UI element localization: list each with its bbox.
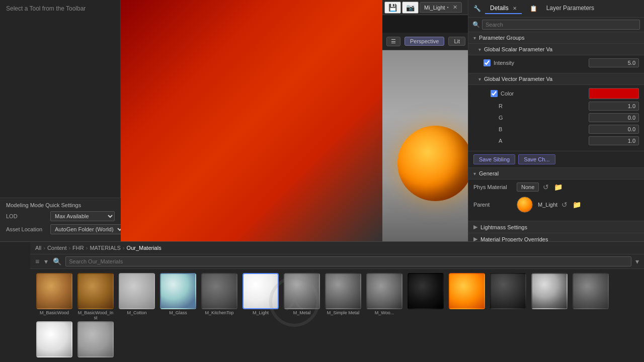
list-item[interactable]: M_KitchenTop — [199, 273, 239, 320]
details-close-icon[interactable]: ✕ — [513, 6, 517, 11]
asset-loc-select[interactable]: AutoGen Folder (World) — [50, 224, 124, 234]
global-scalar-section[interactable]: ▾ Global Scalar Parameter Va — [468, 44, 644, 55]
tab-modified-indicator: • — [447, 5, 449, 10]
material-thumb — [36, 273, 72, 309]
list-item[interactable]: M_BasicWood_Inst — [75, 273, 116, 320]
list-item[interactable]: M_Glass — [158, 273, 198, 320]
left-panel: Select a Tool from the Toolbar Modeling … — [0, 0, 121, 241]
cb-filter-arrow[interactable]: ▾ — [43, 256, 49, 266]
content-browser: ◀ ▶ 🏠 📁 All › Content › FHR › MATERIALS … — [0, 241, 644, 362]
lod-label: LOD — [6, 213, 46, 219]
tab-close-icon[interactable]: ✕ — [453, 4, 457, 11]
general-section[interactable]: ▾ General — [468, 168, 644, 179]
parameter-groups-label: Parameter Groups — [479, 35, 524, 41]
lightmass-section[interactable]: ▶ Lightmass Settings — [468, 221, 644, 233]
lightmass-label: Lightmass Settings — [480, 224, 527, 230]
breadcrumb-sep-2: › — [68, 245, 70, 251]
mi-light-tab[interactable]: Mi_Light • ✕ — [420, 2, 462, 13]
general-label: General — [479, 170, 499, 176]
viewport-background — [121, 0, 382, 241]
save-sibling-button[interactable]: Save Sibling — [473, 154, 515, 164]
parent-browse-icon[interactable]: ↺ — [560, 201, 569, 209]
details-icon: 🔧 — [473, 5, 481, 12]
list-item[interactable]: M_Metal — [282, 273, 322, 320]
breadcrumb-materials[interactable]: MATERIALS — [90, 245, 121, 251]
g-input[interactable] — [589, 113, 639, 122]
list-item[interactable]: M_Light — [240, 273, 281, 320]
global-scalar-label: Global Scalar Parameter Va — [484, 46, 552, 52]
parent-label: Parent — [473, 202, 514, 208]
r-label: R — [499, 103, 586, 109]
list-item[interactable]: M_Simple Metal — [323, 273, 363, 320]
save-child-button[interactable]: Save Ch... — [518, 154, 555, 164]
cb-filter-icon[interactable]: ≡ — [34, 256, 40, 266]
viewport[interactable] — [121, 0, 382, 241]
parent-sphere-preview — [517, 197, 533, 213]
a-label: A — [499, 138, 586, 144]
intensity-label: Intensity — [494, 60, 586, 66]
material-thumb — [36, 321, 72, 357]
layer-params-label: Layer Parameters — [546, 5, 594, 12]
camera-button[interactable]: 📷 — [402, 2, 419, 14]
material-preview-sphere — [397, 126, 478, 206]
lit-button[interactable]: Lit — [448, 37, 465, 46]
breadcrumb-all[interactable]: All — [35, 245, 41, 251]
details-tab[interactable]: Details ✕ — [485, 3, 522, 14]
perspective-button[interactable]: Perspective — [405, 37, 444, 46]
list-item[interactable] — [75, 321, 116, 358]
lod-select[interactable]: Max Available — [50, 211, 115, 221]
search-bar: 🔍 — [468, 18, 644, 32]
material-name: M_BasicWood — [40, 310, 69, 315]
viewport-menu-button[interactable]: ☰ — [386, 37, 400, 46]
r-input[interactable] — [589, 102, 639, 111]
color-swatch[interactable] — [589, 88, 639, 99]
modeling-settings-label: Modeling Mode Quick Settings — [6, 202, 115, 208]
list-item[interactable]: M_Cotton — [117, 273, 157, 320]
material-thumb — [449, 273, 485, 309]
material-thumb — [366, 273, 403, 309]
general-content: Phys Material None ↺ 📁 Parent M_Light ↺ … — [468, 179, 644, 221]
global-vector-section[interactable]: ▾ Global Vector Parameter Va — [468, 73, 644, 85]
breadcrumb-our-materials[interactable]: Our_Materials — [127, 245, 162, 251]
list-item[interactable] — [488, 273, 528, 320]
list-item[interactable] — [571, 273, 611, 320]
list-item[interactable] — [34, 321, 74, 358]
materials-grid: M_BasicWood M_BasicWood_Inst M_Cotton M_… — [30, 269, 644, 362]
list-item[interactable] — [529, 273, 570, 320]
material-thumb-selected — [243, 273, 279, 309]
material-name: M_KitchenTop — [205, 310, 233, 315]
material-name: M_Cotton — [127, 310, 146, 315]
phys-open-icon[interactable]: 📁 — [553, 183, 564, 191]
cb-search-input[interactable] — [65, 256, 631, 266]
list-item[interactable]: M_Woo... — [364, 273, 405, 320]
intensity-checkbox[interactable] — [484, 59, 491, 66]
intensity-input[interactable] — [589, 58, 639, 67]
material-thumb — [201, 273, 237, 309]
layer-params-tab[interactable]: Layer Parameters — [541, 3, 599, 14]
list-item[interactable]: M_BasicWood — [34, 273, 74, 320]
parent-open-icon[interactable]: 📁 — [572, 201, 582, 209]
material-thumb — [119, 273, 155, 309]
list-item[interactable] — [406, 273, 446, 320]
material-thumb — [490, 273, 526, 309]
material-thumb — [408, 273, 444, 309]
breadcrumb-sep-3: › — [86, 245, 88, 251]
breadcrumb-fhr[interactable]: FHR — [72, 245, 84, 251]
save-buttons-row: Save Sibling Save Ch... — [468, 151, 644, 168]
g-label: G — [499, 115, 586, 121]
cb-dropdown-icon[interactable]: ▾ — [634, 256, 640, 266]
search-input[interactable] — [482, 20, 640, 30]
a-input[interactable] — [589, 136, 639, 145]
list-item[interactable] — [447, 273, 487, 320]
b-input[interactable] — [589, 125, 639, 134]
material-name: M_Simple Metal — [327, 310, 360, 315]
breadcrumb-content[interactable]: Content — [47, 245, 67, 251]
save-button[interactable]: 💾 — [384, 2, 401, 14]
material-name: M_Woo... — [375, 310, 394, 315]
color-checkbox[interactable] — [491, 90, 498, 97]
phys-browse-icon[interactable]: ↺ — [542, 183, 550, 191]
material-thumb — [77, 321, 114, 357]
parent-value: M_Light — [538, 202, 557, 208]
material-thumb — [160, 273, 196, 309]
parameter-groups-section[interactable]: ▾ Parameter Groups — [468, 32, 644, 44]
